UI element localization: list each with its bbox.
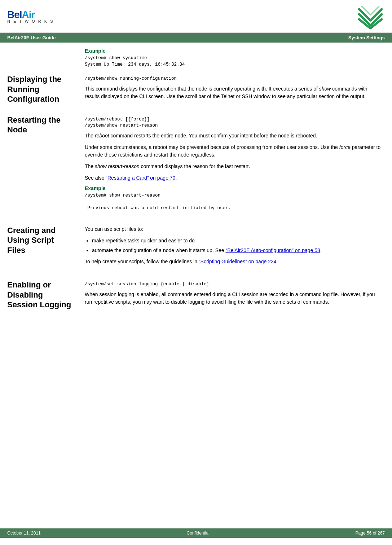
footer-confidential: Confidential [41, 531, 356, 536]
section-script-files-title: Creating and Using Script Files [0, 225, 79, 269]
section-title: System Settings [348, 35, 385, 40]
displaying-command: /system/show running-configuration [85, 76, 381, 82]
footer-wrapper: October 11, 2011 Confidential Page 56 of… [0, 531, 392, 538]
footer-page: Page 56 of 267 [356, 531, 385, 536]
footer-date: October 11, 2011 [7, 531, 41, 536]
restarting-command: /system/reboot [{force}] /system/show re… [85, 117, 381, 129]
restarting-example-code: /system# show restart-reason Previous re… [85, 193, 381, 212]
section-script-files-body: You can use script files to: make repeti… [79, 225, 392, 269]
section-restarting: Restarting the Node /system/reboot [{for… [0, 115, 392, 215]
list-item: make repetitive tasks quicker and easier… [92, 237, 381, 245]
italic-show: show [319, 86, 331, 92]
displaying-para: This command displays the configuration … [85, 85, 381, 101]
page-header: BelAir N E T W O R K S [0, 0, 392, 33]
logo-bel-text: Bel [7, 9, 22, 20]
session-logging-command: /system/set session-logging {enable | di… [85, 281, 381, 288]
top-example-label: Example [85, 48, 381, 54]
italic-reboot: reboot [95, 133, 109, 139]
script-files-intro: You can use script files to: [85, 225, 381, 233]
section-restarting-title: Restarting the Node [0, 115, 79, 215]
section-displaying-title: Displaying the Running Configuration [0, 74, 79, 104]
section-session-logging-body: /system/set session-logging {enable | di… [79, 280, 392, 310]
restarting-para-2: Under some circumstances, a reboot may b… [85, 144, 381, 159]
italic-force: force [339, 144, 351, 150]
scripting-guidelines-link[interactable]: “Scripting Guidelines” on page 234 [199, 259, 277, 264]
logo-networks-text: N E T W O R K S [7, 19, 54, 23]
logo-air-text: Air [22, 9, 35, 20]
restarting-para-4: See also “Restarting a Card” on page 70. [85, 174, 381, 182]
script-files-list: make repetitive tasks quicker and easier… [92, 237, 381, 254]
section-restarting-body: /system/reboot [{force}] /system/show re… [79, 115, 392, 215]
restarting-para-1: The reboot command restarts the entire n… [85, 132, 381, 140]
guide-title: BelAir20E User Guide [7, 35, 56, 40]
section-session-logging: Enabling or Disabling Session Logging /s… [0, 280, 392, 310]
top-example-area: Example /system# show sysuptime System U… [0, 43, 392, 74]
restarting-card-link[interactable]: “Restarting a Card” on page 70 [106, 175, 175, 181]
auto-config-link[interactable]: “BelAir20E Auto-configuration” on page 5… [225, 247, 320, 253]
section-session-logging-title: Enabling or Disabling Session Logging [0, 280, 79, 310]
restarting-para-3: The show restart-reason command displays… [85, 163, 381, 171]
section-script-files: Creating and Using Script Files You can … [0, 225, 392, 269]
logo-area: BelAir N E T W O R K S [7, 9, 54, 23]
nav-bar: BelAir20E User Guide System Settings [0, 33, 392, 43]
section-displaying-body: /system/show running-configuration This … [79, 74, 392, 104]
italic-show-restart-reason: show restart-reason [95, 163, 140, 169]
section-displaying: Displaying the Running Configuration /sy… [0, 74, 392, 104]
restarting-example-label: Example [85, 185, 381, 191]
top-example-code: /system# show sysuptime System Up Time: … [85, 55, 381, 68]
script-files-after-list: To help create your scripts, follow the … [85, 258, 381, 266]
list-item: automate the configuration of a node whe… [92, 247, 381, 254]
brand-icon [356, 4, 385, 29]
footer: October 11, 2011 Confidential Page 56 of… [0, 528, 392, 538]
session-logging-para: When session logging is enabled, all com… [85, 291, 381, 306]
